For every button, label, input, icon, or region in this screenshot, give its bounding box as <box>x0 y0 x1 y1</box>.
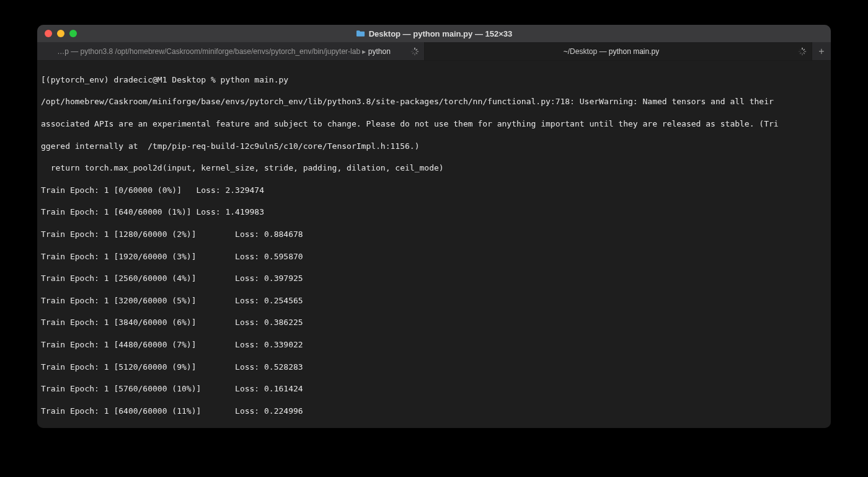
window-controls <box>45 30 77 37</box>
window-title: Desktop — python main.py — 152×33 <box>37 29 831 38</box>
terminal-train-line: Train Epoch: 1 [6400/60000 (11%)] Loss: … <box>41 406 827 417</box>
terminal-train-line: Train Epoch: 1 [1920/60000 (3%)] Loss: 0… <box>41 251 827 262</box>
tab-jupyter[interactable]: …p — python3.8 /opt/homebrew/Caskroom/mi… <box>37 42 425 60</box>
svg-line-7 <box>412 49 414 50</box>
terminal-train-line: Train Epoch: 1 [2560/60000 (4%)] Loss: 0… <box>41 273 827 284</box>
window-title-text: Desktop — python main.py — 152×33 <box>369 29 513 38</box>
close-button[interactable] <box>45 30 52 37</box>
svg-line-15 <box>800 49 801 50</box>
terminal-prompt-line: [(pytorch_env) dradecic@M1 Desktop % pyt… <box>41 74 827 86</box>
titlebar[interactable]: Desktop — python main.py — 152×33 <box>37 25 831 42</box>
svg-line-11 <box>804 53 805 54</box>
tab-label: ~/Desktop — python main.py <box>564 47 659 56</box>
terminal-train-line: Train Epoch: 1 [640/60000 (1%)] Loss: 1.… <box>41 207 827 218</box>
terminal-body[interactable]: [(pytorch_env) dradecic@M1 Desktop % pyt… <box>37 61 831 428</box>
terminal-output-line: /opt/homebrew/Caskroom/miniforge/base/en… <box>41 96 827 107</box>
svg-line-9 <box>804 49 805 50</box>
new-tab-button[interactable]: + <box>812 42 831 60</box>
svg-line-5 <box>412 53 414 54</box>
tab-label: …p — python3.8 /opt/homebrew/Caskroom/mi… <box>57 47 391 56</box>
terminal-window: Desktop — python main.py — 152×33 …p — p… <box>37 25 831 428</box>
terminal-train-line: Train Epoch: 1 [5120/60000 (9%)] Loss: 0… <box>41 362 827 373</box>
terminal-train-line: Train Epoch: 1 [0/60000 (0%)] Loss: 2.32… <box>41 185 827 196</box>
terminal-train-line: Train Epoch: 1 [7040/60000 (12%)] Loss: … <box>41 427 827 428</box>
tab-main-py[interactable]: ~/Desktop — python main.py <box>425 42 812 60</box>
terminal-train-line: Train Epoch: 1 [3840/60000 (6%)] Loss: 0… <box>41 317 827 328</box>
terminal-output-line: return torch.max_pool2d(input, kernel_si… <box>41 163 827 174</box>
terminal-train-line: Train Epoch: 1 [3200/60000 (5%)] Loss: 0… <box>41 295 827 306</box>
spinner-icon <box>410 47 419 56</box>
terminal-output-line: associated APIs are an experimental feat… <box>41 118 827 130</box>
zoom-button[interactable] <box>69 30 77 37</box>
spinner-icon <box>798 47 807 56</box>
terminal-output-line: ggered internally at /tmp/pip-req-build-… <box>41 141 827 152</box>
minimize-button[interactable] <box>57 30 64 37</box>
tab-bar: …p — python3.8 /opt/homebrew/Caskroom/mi… <box>37 42 831 61</box>
terminal-train-line: Train Epoch: 1 [5760/60000 (10%)] Loss: … <box>41 383 827 395</box>
terminal-train-line: Train Epoch: 1 [1280/60000 (2%)] Loss: 0… <box>41 229 827 240</box>
folder-icon <box>356 30 365 37</box>
terminal-train-line: Train Epoch: 1 [4480/60000 (7%)] Loss: 0… <box>41 339 827 350</box>
svg-line-13 <box>800 53 801 54</box>
svg-line-1 <box>416 49 417 50</box>
svg-line-3 <box>416 53 417 54</box>
